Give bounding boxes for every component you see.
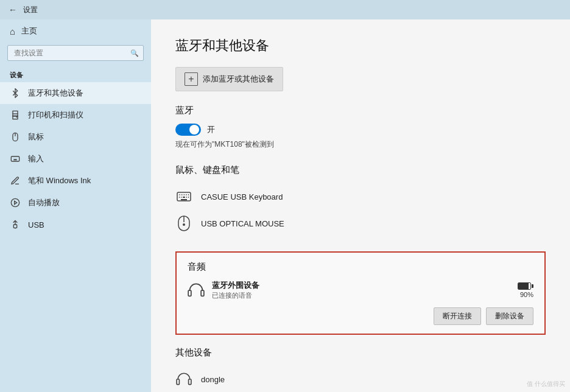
search-input[interactable] (7, 45, 144, 61)
dongle-device-name: dongle (201, 375, 225, 384)
sidebar-item-bluetooth[interactable]: 蓝牙和其他设备 (0, 82, 151, 104)
svg-point-30 (183, 223, 185, 226)
battery-indicator: 90% (518, 282, 533, 298)
audio-section-title: 音频 (188, 261, 533, 273)
sidebar-item-autoplay[interactable]: 自动播放 (0, 192, 151, 214)
svg-point-11 (11, 198, 19, 206)
sidebar-home-label: 主页 (21, 26, 37, 37)
sidebar-bluetooth-label: 蓝牙和其他设备 (28, 88, 83, 99)
sidebar-printer-label: 打印机和扫描仪 (28, 110, 83, 121)
svg-rect-34 (189, 379, 191, 385)
bluetooth-section-title: 蓝牙 (175, 105, 546, 116)
dongle-device-icon (175, 371, 192, 388)
bluetooth-toggle-label: 开 (207, 124, 215, 135)
page-title: 蓝牙和其他设备 (175, 37, 546, 55)
toggle-knob (189, 125, 199, 135)
sidebar-item-home[interactable]: ⌂ 主页 (0, 19, 151, 43)
add-device-label: 添加蓝牙或其他设备 (203, 74, 274, 85)
bluetooth-section: 蓝牙 开 现在可作为"MKT108"被检测到 (175, 105, 546, 150)
audio-actions: 断开连接 删除设备 (188, 307, 533, 325)
mouse-device-row: USB OPTICAL MOUSE (175, 210, 546, 237)
sidebar-pen-label: 笔和 Windows Ink (28, 175, 91, 186)
svg-rect-33 (177, 379, 179, 385)
add-device-button[interactable]: + 添加蓝牙或其他设备 (175, 67, 283, 91)
audio-device-status: 已连接的语音 (212, 291, 510, 300)
svg-rect-32 (201, 290, 204, 296)
battery-icon (518, 282, 533, 290)
keyboard-device-icon (175, 188, 192, 205)
remove-device-button[interactable]: 删除设备 (486, 307, 533, 325)
sidebar-item-mouse[interactable]: 鼠标 (0, 126, 151, 148)
battery-percent: 90% (520, 291, 533, 298)
dongle-device-row: dongle (175, 366, 546, 392)
sidebar-mouse-label: 鼠标 (28, 131, 44, 142)
svg-rect-13 (13, 225, 16, 228)
main-layout: ⌂ 主页 🔍 设备 蓝牙和其他设备 打印机和扫描仪 (0, 19, 570, 392)
sidebar-item-pen[interactable]: 笔和 Windows Ink (0, 170, 151, 192)
svg-marker-12 (15, 201, 17, 204)
titlebar-title: 设置 (23, 5, 38, 15)
home-icon: ⌂ (10, 26, 15, 37)
back-button[interactable]: ← (7, 4, 18, 15)
other-section-title: 其他设备 (175, 347, 546, 359)
keyboard-device-name: CASUE USB Keyboard (201, 192, 283, 201)
audio-device-info: 蓝牙外围设备 已连接的语音 (212, 280, 510, 300)
input-icon (10, 153, 21, 164)
printer-icon (10, 110, 21, 121)
bluetooth-description: 现在可作为"MKT108"被检测到 (175, 139, 546, 150)
sidebar-section-title: 设备 (0, 66, 151, 82)
autoplay-icon (10, 197, 21, 208)
svg-rect-5 (11, 156, 19, 161)
sidebar-input-label: 输入 (28, 153, 44, 164)
sidebar-item-input[interactable]: 输入 (0, 148, 151, 170)
titlebar: ← 设置 (0, 0, 570, 19)
sidebar-item-printer[interactable]: 打印机和扫描仪 (0, 104, 151, 126)
keyboard-device-row: CASUE USB Keyboard (175, 183, 546, 210)
svg-rect-1 (13, 114, 18, 116)
sidebar-autoplay-label: 自动播放 (28, 197, 60, 208)
mouse-device-name: USB OPTICAL MOUSE (201, 219, 284, 228)
audio-section: 音频 蓝牙外围设备 已连接的语音 (175, 251, 546, 335)
battery-body (518, 282, 531, 290)
bluetooth-toggle[interactable] (175, 124, 201, 136)
bluetooth-icon (10, 88, 21, 99)
mouse-keyboard-section-title: 鼠标、键盘和笔 (175, 164, 546, 176)
audio-device-row: 蓝牙外围设备 已连接的语音 90% (188, 280, 533, 300)
search-icon: 🔍 (130, 49, 139, 57)
svg-rect-31 (188, 290, 191, 296)
battery-fill (518, 283, 529, 289)
add-plus-icon: + (185, 72, 198, 86)
mouse-device-icon (175, 215, 192, 232)
sidebar: ⌂ 主页 🔍 设备 蓝牙和其他设备 打印机和扫描仪 (0, 19, 151, 392)
mouse-keyboard-section: 鼠标、键盘和笔 (175, 164, 546, 237)
other-devices-section: 其他设备 dongle (175, 347, 546, 392)
battery-tip (532, 284, 533, 288)
sidebar-item-usb[interactable]: USB (0, 214, 151, 236)
disconnect-button[interactable]: 断开连接 (434, 307, 481, 325)
sidebar-search-container: 🔍 (7, 45, 144, 61)
audio-device-icon (188, 282, 205, 299)
sidebar-usb-label: USB (28, 220, 44, 229)
usb-icon (10, 219, 21, 230)
content-area: 蓝牙和其他设备 + 添加蓝牙或其他设备 蓝牙 开 现在可作为"MKT108"被检… (151, 19, 570, 392)
audio-device-name: 蓝牙外围设备 (212, 280, 510, 291)
pen-icon (10, 175, 21, 186)
mouse-icon (10, 131, 21, 142)
watermark: 值 什么值得买 (527, 380, 565, 388)
bluetooth-toggle-row: 开 (175, 124, 546, 136)
